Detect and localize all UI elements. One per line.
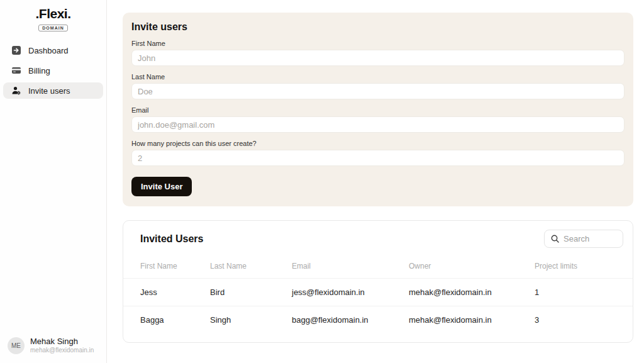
col-owner: Owner bbox=[404, 255, 530, 279]
sidebar-item-label: Billing bbox=[28, 66, 50, 75]
sidebar-item-dashboard[interactable]: Dashboard bbox=[3, 42, 103, 59]
credit-card-icon bbox=[11, 65, 21, 75]
cell-first-name: Jess bbox=[123, 279, 205, 306]
invite-users-title: Invite users bbox=[131, 21, 625, 33]
sidebar-user[interactable]: ME Mehak Singh mehak@flexidomain.in bbox=[0, 330, 106, 363]
col-first-name: First Name bbox=[123, 255, 205, 279]
invited-users-title: Invited Users bbox=[140, 233, 203, 245]
arrow-right-square-icon bbox=[11, 45, 21, 55]
sidebar-item-label: Dashboard bbox=[28, 46, 69, 55]
email-field[interactable] bbox=[131, 116, 625, 133]
first-name-field[interactable] bbox=[131, 50, 625, 66]
user-gear-icon bbox=[11, 86, 21, 96]
sidebar-item-invite-users[interactable]: Invite users bbox=[3, 82, 103, 99]
sidebar-item-label: Invite users bbox=[28, 86, 70, 96]
cell-project-limits: 1 bbox=[530, 279, 633, 306]
user-email: mehak@flexidomain.in bbox=[30, 347, 94, 354]
sidebar-user-info: Mehak Singh mehak@flexidomain.in bbox=[30, 337, 94, 354]
brand-logo: .Flexi. bbox=[0, 7, 106, 21]
email-label: Email bbox=[131, 106, 625, 114]
app-root: .Flexi. DOMAIN Dashboard bbox=[0, 0, 644, 363]
invited-users-header: Invited Users bbox=[123, 221, 633, 253]
project-limit-field[interactable] bbox=[131, 150, 625, 166]
sidebar-item-billing[interactable]: Billing bbox=[3, 62, 103, 79]
cell-project-limits: 3 bbox=[530, 306, 633, 334]
cell-owner: mehak@flexidomain.in bbox=[404, 279, 530, 306]
search-icon bbox=[551, 235, 559, 243]
cell-last-name: Bird bbox=[205, 279, 287, 306]
first-name-label: First Name bbox=[131, 40, 625, 47]
sidebar: .Flexi. DOMAIN Dashboard bbox=[0, 0, 107, 363]
invite-user-button[interactable]: Invite User bbox=[131, 177, 192, 196]
invite-users-card: Invite users First Name Last Name Email … bbox=[123, 13, 633, 206]
project-limit-label: How many projects can this user create? bbox=[131, 140, 625, 147]
avatar: ME bbox=[8, 337, 25, 354]
table-row: Jess Bird jess@flexidomain.in mehak@flex… bbox=[123, 279, 633, 306]
search-box[interactable] bbox=[544, 230, 623, 248]
invited-users-card: Invited Users First Name Last Name bbox=[123, 220, 633, 343]
brand: .Flexi. DOMAIN bbox=[0, 0, 106, 32]
main-content: Invite users First Name Last Name Email … bbox=[107, 0, 644, 363]
table-header-row: First Name Last Name Email Owner Project… bbox=[123, 255, 633, 279]
cell-last-name: Singh bbox=[205, 306, 287, 334]
cell-email: bagg@flexidomain.in bbox=[287, 306, 404, 334]
col-project-limits: Project limits bbox=[530, 255, 633, 279]
table-row: Bagga Singh bagg@flexidomain.in mehak@fl… bbox=[123, 306, 633, 334]
col-email: Email bbox=[287, 255, 404, 279]
cell-first-name: Bagga bbox=[123, 306, 205, 334]
brand-badge: DOMAIN bbox=[38, 25, 67, 31]
last-name-label: Last Name bbox=[131, 73, 625, 81]
sidebar-nav: Dashboard Billing bbox=[0, 42, 106, 99]
last-name-field[interactable] bbox=[131, 83, 625, 99]
search-input[interactable] bbox=[564, 234, 616, 243]
user-name: Mehak Singh bbox=[30, 337, 94, 347]
cell-email: jess@flexidomain.in bbox=[287, 279, 404, 306]
col-last-name: Last Name bbox=[205, 255, 287, 279]
cell-owner: mehak@flexidomain.in bbox=[404, 306, 530, 334]
invited-users-table: First Name Last Name Email Owner Project… bbox=[123, 255, 633, 333]
